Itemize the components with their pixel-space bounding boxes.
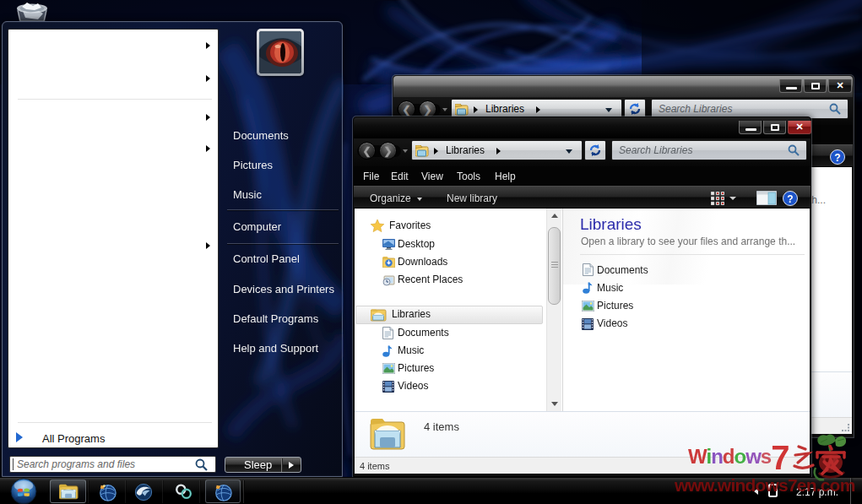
svg-text:?: ? <box>834 152 840 164</box>
svg-text:?: ? <box>787 193 793 205</box>
